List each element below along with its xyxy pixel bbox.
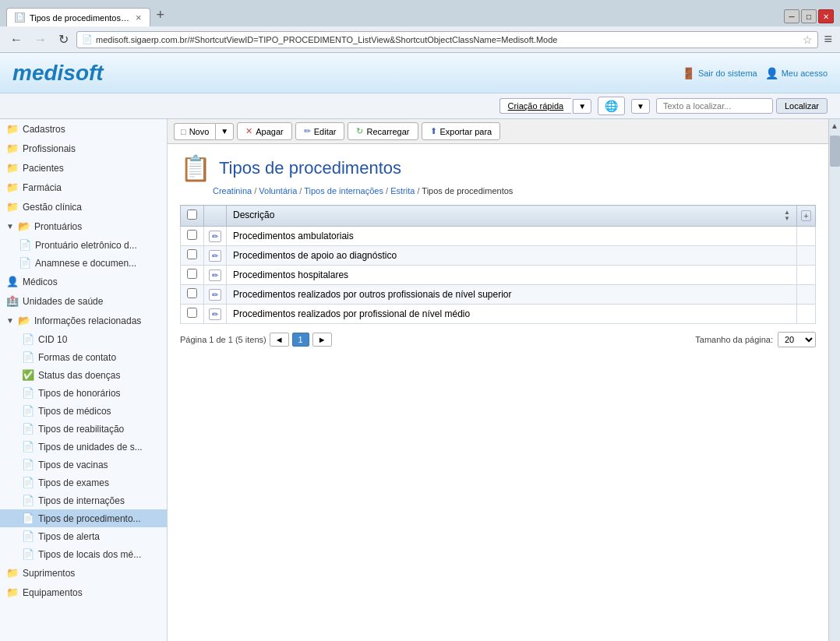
sidebar-item-suprimentos[interactable]: 📁 Suprimentos <box>0 563 167 583</box>
row-edit-button[interactable]: ✏ <box>209 231 221 242</box>
quick-create-button[interactable]: Criação rápida <box>499 98 572 114</box>
breadcrumb-estrita[interactable]: Estrita <box>390 186 415 195</box>
row-checkbox[interactable] <box>187 249 197 259</box>
sidebar-item-tipos-internacoes[interactable]: 📄 Tipos de internações <box>0 491 167 509</box>
prev-page-button[interactable]: ◄ <box>270 333 289 347</box>
scrollbar-up-arrow[interactable]: ▲ <box>828 119 840 132</box>
apagar-button[interactable]: ✕ Apagar <box>237 122 291 140</box>
scrollbar-thumb[interactable] <box>830 136 840 167</box>
row-checkbox[interactable] <box>187 269 197 279</box>
new-tab-button[interactable]: + <box>150 4 171 26</box>
minimize-button[interactable]: ─ <box>784 9 799 23</box>
forward-button[interactable]: → <box>30 31 51 48</box>
exportar-button[interactable]: ⬆ Exportar para <box>422 122 501 140</box>
sidebar-item-unidades-saude[interactable]: 🏥 Unidades de saúde <box>0 291 167 311</box>
row-edit-button[interactable]: ✏ <box>209 289 221 301</box>
recarregar-button[interactable]: ↻ Recarregar <box>348 122 418 140</box>
sidebar-item-tipos-honorarios[interactable]: 📄 Tipos de honorários <box>0 384 167 402</box>
meu-acesso-button[interactable]: 👤 Meu acesso <box>765 67 828 79</box>
sidebar-item-tipos-reabilitacao[interactable]: 📄 Tipos de reabilitação <box>0 420 167 438</box>
table-row: ✏ Procedimentos realizados por outros pr… <box>181 285 816 305</box>
search-input[interactable] <box>656 98 773 114</box>
sidebar-label-prontuarios: Prontuários <box>34 221 82 232</box>
sidebar-item-tipos-medicos[interactable]: 📄 Tipos de médicos <box>0 402 167 420</box>
sidebar-item-profissionais[interactable]: 📁 Profissionais <box>0 139 167 158</box>
sair-button[interactable]: 🚪 Sair do sistema <box>682 67 757 79</box>
sidebar-item-tipos-procedimentos[interactable]: 📄 Tipos de procedimento... <box>0 509 167 527</box>
editar-button[interactable]: ✏ Editar <box>295 122 345 140</box>
sidebar-label-tipos-unidades: Tipos de unidades de s... <box>38 442 143 453</box>
row-checkbox[interactable] <box>187 308 197 318</box>
row-edit-cell: ✏ <box>204 266 227 285</box>
quick-create-arrow-button[interactable]: ▼ <box>573 99 591 114</box>
sidebar-item-cadastros[interactable]: 📁 Cadastros <box>0 119 167 139</box>
globe-dropdown-button[interactable]: ▼ <box>631 99 650 114</box>
row-checkbox[interactable] <box>187 230 197 240</box>
sidebar-item-cid10[interactable]: 📄 CID 10 <box>0 330 167 348</box>
next-page-button[interactable]: ► <box>312 333 332 347</box>
sidebar-item-tipos-exames[interactable]: 📄 Tipos de exames <box>0 474 167 491</box>
sidebar-label-unidades: Unidades de saúde <box>23 296 103 307</box>
doc-icon: 📄 <box>22 333 34 345</box>
sidebar-item-anamnese[interactable]: 📄 Anamnese e documen... <box>0 254 167 272</box>
address-input[interactable] <box>96 35 799 44</box>
menu-icon[interactable]: ≡ <box>822 30 834 49</box>
reload-button[interactable]: ↻ <box>55 30 72 48</box>
sidebar-item-formas-contato[interactable]: 📄 Formas de contato <box>0 348 167 366</box>
sidebar-item-medicos[interactable]: 👤 Médicos <box>0 272 167 291</box>
back-button[interactable]: ← <box>6 31 26 48</box>
row-descricao-cell: Procedimentos ambulatoriais <box>227 227 797 246</box>
row-edit-button[interactable]: ✏ <box>209 308 221 320</box>
sidebar-item-tipos-alerta[interactable]: 📄 Tipos de alerta <box>0 527 167 545</box>
sidebar-label-gestao-clinica: Gestão clínica <box>23 202 82 213</box>
active-tab[interactable]: 📄 Tipos de procedimentos - Me... × <box>6 8 150 26</box>
doc-icon: 📄 <box>22 351 34 363</box>
novo-dropdown-button[interactable]: ▼ <box>215 123 234 140</box>
sidebar-item-farmacia[interactable]: 📁 Farmácia <box>0 178 167 197</box>
close-button[interactable]: ✕ <box>818 9 834 23</box>
page-1-button[interactable]: 1 <box>292 333 309 347</box>
novo-button[interactable]: □ Novo <box>174 123 215 140</box>
breadcrumb-tipos-internacoes[interactable]: Tipos de internações <box>304 186 383 195</box>
maximize-button[interactable]: □ <box>801 9 817 23</box>
sidebar-item-status-doencas[interactable]: ✅ Status das doenças <box>0 366 167 384</box>
breadcrumb-creatinina[interactable]: Creatinina <box>213 186 252 195</box>
sidebar-item-pacientes[interactable]: 📁 Pacientes <box>0 158 167 178</box>
sidebar-item-tipos-unidades[interactable]: 📄 Tipos de unidades de s... <box>0 438 167 456</box>
sidebar-item-gestao-clinica[interactable]: 📁 Gestão clínica <box>0 197 167 217</box>
sidebar-label-cid10: CID 10 <box>38 334 67 345</box>
globe-button[interactable]: 🌐 <box>598 97 625 115</box>
row-edit-button[interactable]: ✏ <box>209 250 221 262</box>
bookmark-icon[interactable]: ☆ <box>803 33 813 46</box>
row-checkbox[interactable] <box>187 288 197 298</box>
row-edit-cell: ✏ <box>204 285 227 305</box>
content-area: □ Novo ▼ ✕ Apagar ✏ Editar ↻ Recarregar <box>168 119 828 641</box>
tab-close-button[interactable]: × <box>136 12 142 23</box>
page-size-label: Tamanho da página: <box>695 335 773 344</box>
sidebar-item-informacoes-relacionadas[interactable]: ▼ 📂 Informações relacionadas <box>0 311 167 330</box>
search-button[interactable]: Localizar <box>776 98 828 114</box>
sidebar-item-tipos-vacinas[interactable]: 📄 Tipos de vacinas <box>0 456 167 474</box>
novo-icon: □ <box>181 127 186 136</box>
add-column-button[interactable]: + <box>801 210 810 221</box>
check-icon: ✅ <box>22 369 34 381</box>
sidebar-label-profissionais: Profissionais <box>23 143 76 154</box>
sidebar-item-prontuarios[interactable]: ▼ 📂 Prontuários <box>0 217 167 236</box>
doc-icon: 📄 <box>22 530 34 542</box>
sidebar-label-farmacia: Farmácia <box>23 182 62 193</box>
breadcrumb-voluntaria[interactable]: Voluntária <box>259 186 297 195</box>
sidebar-item-equipamentos[interactable]: 📁 Equipamentos <box>0 583 167 602</box>
sort-icons[interactable]: ▲▼ <box>784 210 790 222</box>
sidebar-item-tipos-locais[interactable]: 📄 Tipos de locais dos mé... <box>0 545 167 563</box>
meu-acesso-label: Meu acesso <box>782 69 828 78</box>
row-extra-cell <box>797 266 816 285</box>
page-size-select[interactable]: 10 20 50 100 <box>778 332 816 347</box>
page-title: Tipos de procedimentos <box>219 158 401 178</box>
sidebar-item-prontuario-eletronico[interactable]: 📄 Prontuário eletrônico d... <box>0 236 167 254</box>
select-all-checkbox[interactable] <box>187 210 197 220</box>
doc-icon: 📄 <box>19 239 31 251</box>
header-right: 🚪 Sair do sistema 👤 Meu acesso <box>682 67 828 79</box>
row-edit-button[interactable]: ✏ <box>209 269 221 281</box>
vertical-scrollbar[interactable]: ▲ <box>828 119 840 641</box>
expand-icon: ▼ <box>6 222 14 231</box>
